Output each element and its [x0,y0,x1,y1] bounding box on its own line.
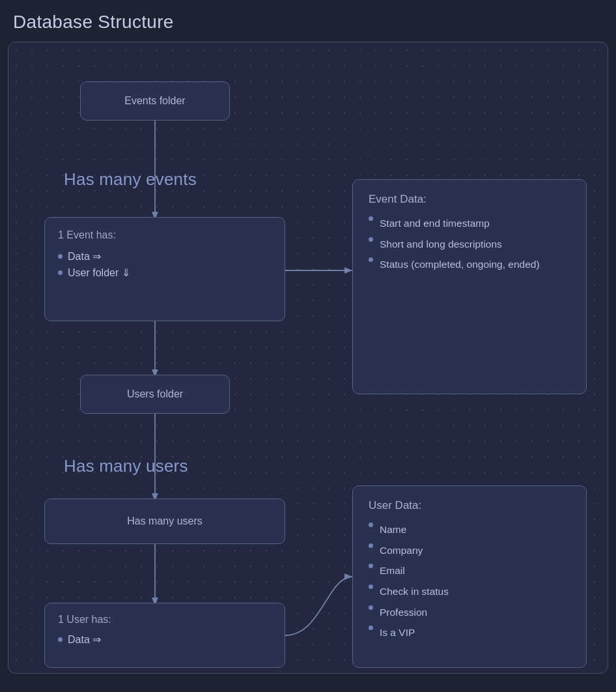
box-users-folder: Users folder [80,375,230,414]
events-folder-label: Events folder [124,95,185,107]
bullet-icon [58,637,63,642]
user-data-title: User Data: [369,499,570,512]
box-event-has: 1 Event has: Data ⇒ User folder ⇓ [44,217,285,321]
diagram-area: Events folder Has many events 1 Event ha… [8,42,608,674]
event-data-title: Event Data: [369,193,570,206]
has-many-users-label: Has many users [127,515,203,527]
bullet-icon [58,270,63,275]
event-has-item-data: Data ⇒ [58,250,272,263]
event-data-item-2: Status (completed, ongoing, ended) [369,257,570,272]
label-has-many-users: Has many users [64,456,188,476]
user-has-title: 1 User has: [58,614,272,626]
bullet-icon [369,605,373,610]
bullet-icon [369,257,373,262]
bullet-icon [369,237,373,242]
bullet-icon [369,216,373,221]
event-has-title: 1 Event has: [58,229,272,241]
panel-user-data: User Data: Name Company Email Check in s… [352,485,587,668]
user-data-item-1: Company [369,543,570,558]
svg-marker-12 [344,573,352,580]
user-has-item-data: Data ⇒ [58,633,272,646]
box-has-many-users: Has many users [44,498,285,544]
bullet-icon [369,564,373,568]
event-data-item-0: Start and end timestamp [369,216,570,231]
event-data-item-1: Short and long descriptions [369,237,570,252]
user-data-item-4: Profession [369,605,570,620]
page-title: Database Structure [0,0,616,42]
box-user-has: 1 User has: Data ⇒ [44,603,285,668]
bullet-icon [369,626,373,630]
label-has-many-events: Has many events [64,169,197,190]
user-data-item-3: Check in status [369,584,570,599]
bullet-icon [58,254,63,259]
box-events-folder: Events folder [80,81,230,121]
bullet-icon [369,584,373,589]
event-has-item-userfolder: User folder ⇓ [58,267,272,279]
page-container: Database Structure [0,0,616,692]
users-folder-label: Users folder [127,388,183,400]
panel-event-data: Event Data: Start and end timestamp Shor… [352,179,587,394]
user-data-item-0: Name [369,523,570,537]
svg-marker-4 [344,267,352,274]
user-data-item-2: Email [369,564,570,578]
bullet-icon [369,543,373,548]
bullet-icon [369,523,373,527]
user-data-item-5: Is a VIP [369,626,570,640]
